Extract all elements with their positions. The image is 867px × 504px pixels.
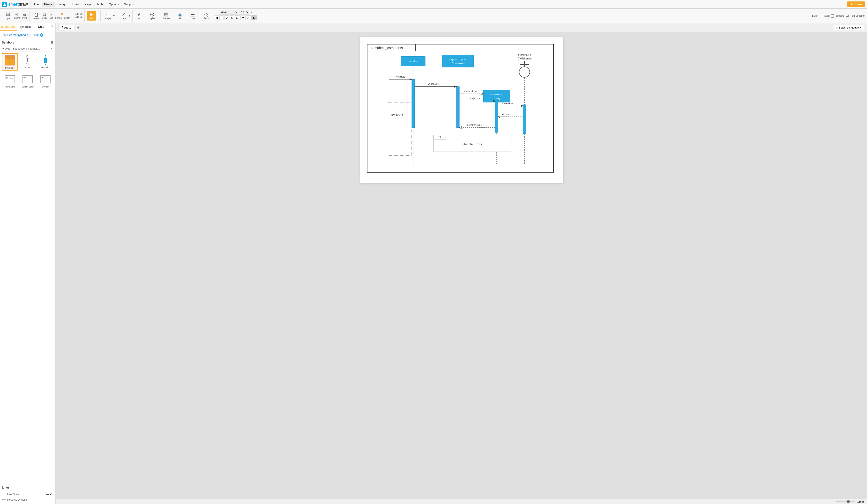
- spacing-button[interactable]: Spacing: [831, 14, 844, 18]
- effects-button[interactable]: Effects: [201, 11, 211, 21]
- select-dropdown[interactable]: ▼: [97, 14, 99, 17]
- text-label: Text: [137, 17, 141, 20]
- page-tab[interactable]: Page 1: [58, 25, 74, 30]
- symbol-swimlane[interactable]: Swimlane: [2, 53, 18, 70]
- shape-dropdown[interactable]: ▼: [113, 14, 115, 17]
- bold-button[interactable]: B: [215, 15, 220, 20]
- paste-button[interactable]: Paste: [32, 11, 41, 21]
- share-small-button[interactable]: Share: [13, 12, 21, 20]
- nav-home[interactable]: Home: [42, 2, 54, 7]
- nav-table[interactable]: Table: [94, 2, 106, 7]
- nav-file[interactable]: File: [32, 2, 41, 7]
- shape-label: Shape: [105, 17, 111, 20]
- help-link[interactable]: Help ?: [33, 33, 43, 37]
- svg-text::window: :window: [408, 60, 418, 63]
- format-painter-button[interactable]: Format Painter: [54, 12, 71, 20]
- format-buttons-row: B I U S x² x₂ A ◐: [215, 15, 256, 20]
- category-label: UML - Sequence & Interacto...: [5, 47, 41, 50]
- cut-label: Cut: [50, 17, 53, 19]
- symbol-activation[interactable]: Activation: [38, 53, 53, 70]
- search-label: Search symbols: [7, 33, 28, 37]
- strikethrough-button[interactable]: S: [229, 15, 234, 20]
- nav-design[interactable]: Design: [55, 2, 69, 7]
- svg-point-50: [26, 56, 29, 58]
- data-tab[interactable]: Data: [33, 23, 49, 31]
- redo-button[interactable]: ↪ Redo: [75, 16, 83, 19]
- toolbar-shape-group: Shape ▼: [101, 10, 117, 22]
- logo-smart-text: smart: [8, 2, 19, 6]
- font-color-button[interactable]: A: [246, 15, 250, 20]
- swimlane-icon: [4, 55, 16, 66]
- canvas[interactable]: sd submit_comments :window <<javascript>…: [56, 32, 867, 499]
- symbol-alternative[interactable]: alt Alternative: [2, 73, 18, 89]
- zoom-slider[interactable]: [836, 501, 855, 502]
- svg-text:validate(): validate(): [428, 83, 439, 85]
- highlight-button[interactable]: ◐: [251, 15, 257, 20]
- export-button[interactable]: Export: [3, 11, 13, 21]
- font-size-select[interactable]: 10: [239, 10, 249, 14]
- spacing-label: Spacing: [836, 14, 844, 17]
- fill-button[interactable]: Fill: [175, 11, 184, 21]
- nav-options[interactable]: Options: [106, 2, 121, 7]
- text-button[interactable]: A Text: [135, 11, 144, 21]
- symbol-system[interactable]: sys System: [38, 73, 53, 89]
- nav-insert[interactable]: Insert: [69, 2, 82, 7]
- diagram-svg: sd submit_comments :window <<javascript>…: [365, 42, 558, 177]
- subscript-button[interactable]: x₂: [240, 15, 246, 20]
- line-button[interactable]: Line: [119, 11, 128, 21]
- undo-button[interactable]: ↩ Undo: [75, 13, 83, 16]
- align-button[interactable]: Align: [820, 14, 829, 18]
- nav-page[interactable]: Page: [82, 2, 94, 7]
- bullet-button[interactable]: Bullet: [807, 14, 818, 18]
- sidebar-close-button[interactable]: ✕: [49, 23, 55, 31]
- print-button[interactable]: Print: [21, 12, 28, 20]
- search-symbols-link[interactable]: 🔍 Search symbols: [3, 33, 28, 37]
- category-close-button[interactable]: ✕: [50, 47, 53, 51]
- add-page-button[interactable]: +: [76, 25, 81, 30]
- underline-button[interactable]: U: [224, 15, 229, 20]
- diagram-container[interactable]: sd submit_comments :window <<javascript>…: [360, 37, 563, 183]
- styles-button[interactable]: Styles: [148, 11, 157, 21]
- svg-text:<<servlet>>: <<servlet>>: [517, 53, 532, 56]
- copy-button[interactable]: Copy: [41, 12, 48, 20]
- symbol-actor[interactable]: Actor: [20, 53, 36, 70]
- paste-label: Paste: [33, 17, 39, 20]
- font-family-select[interactable]: Arial: [219, 10, 238, 14]
- font-size-dropdown[interactable]: ▼: [250, 11, 252, 13]
- nav-support[interactable]: Support: [122, 2, 137, 7]
- svg-rect-10: [24, 15, 25, 15]
- line2-button[interactable]: Line: [189, 11, 197, 21]
- svg-point-4: [16, 14, 17, 15]
- select-language-button[interactable]: G Select Language ▼: [834, 25, 864, 30]
- line-style-select[interactable]: —: [45, 492, 53, 496]
- svg-rect-92: [412, 79, 415, 128]
- share-button[interactable]: ↗ Share: [847, 1, 865, 7]
- superscript-button[interactable]: x²: [235, 15, 240, 20]
- line-style-icon: [2, 493, 6, 496]
- symbol-option-loop[interactable]: loop Option Loop: [20, 73, 36, 89]
- line-dropdown[interactable]: ▼: [128, 14, 131, 17]
- smart-panel-tab[interactable]: SmartPanel: [0, 23, 17, 31]
- shape-button[interactable]: Shape: [103, 11, 112, 21]
- svg-rect-9: [24, 13, 25, 14]
- svg-text::DWRServlet: :DWRServlet: [517, 57, 532, 60]
- svg-text:ref: ref: [438, 135, 441, 139]
- svg-line-54: [28, 62, 30, 64]
- symbols-tab[interactable]: Symbols: [17, 23, 33, 31]
- svg-rect-93: [457, 87, 459, 128]
- svg-text:<<javascript>>: <<javascript>>: [449, 58, 467, 61]
- svg-line-7: [17, 14, 18, 15]
- canvas-inner: sd submit_comments :window <<javascript>…: [56, 32, 867, 499]
- svg-point-3: [18, 13, 18, 14]
- sidebar-content: Symbols ☰ ▾ UML - Sequence & Interacto..…: [0, 39, 55, 484]
- themes-button[interactable]: Themes: [161, 11, 172, 21]
- share-icon: ↗: [850, 3, 853, 6]
- symbol-category[interactable]: ▾ UML - Sequence & Interacto... ✕: [2, 46, 53, 52]
- select-button[interactable]: Select: [87, 11, 96, 21]
- sidebar: SmartPanel Symbols Data ✕ 🔍 Search symbo…: [0, 23, 56, 504]
- symbols-menu-icon[interactable]: ☰: [51, 41, 53, 44]
- text-direction-button[interactable]: A Text Direction: [846, 14, 865, 18]
- italic-button[interactable]: I: [220, 15, 224, 20]
- cut-button[interactable]: Cut: [49, 12, 54, 20]
- svg-text:<<ajax>>: <<ajax>>: [469, 97, 480, 100]
